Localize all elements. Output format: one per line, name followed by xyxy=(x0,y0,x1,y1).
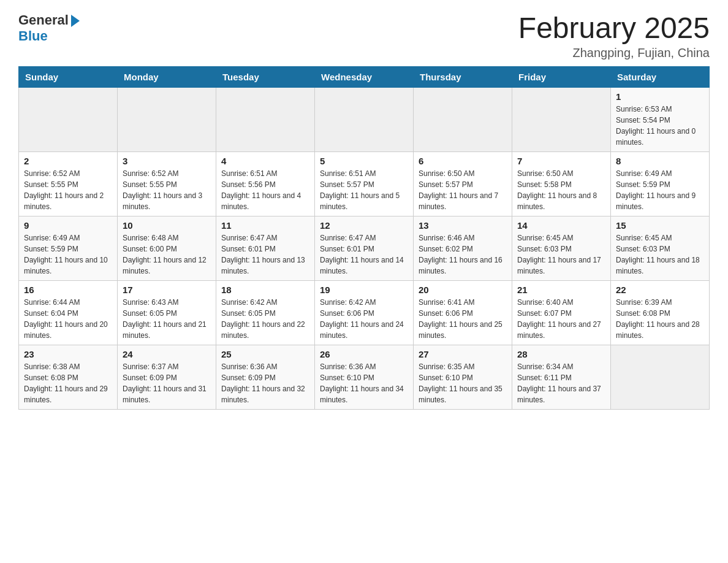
week-row: 2Sunrise: 6:52 AM Sunset: 5:55 PM Daylig… xyxy=(19,151,710,216)
day-number: 19 xyxy=(320,285,408,295)
calendar-cell: 20Sunrise: 6:41 AM Sunset: 6:06 PM Dayli… xyxy=(414,280,512,345)
day-info: Sunrise: 6:52 AM Sunset: 5:55 PM Dayligh… xyxy=(123,168,211,212)
day-number: 4 xyxy=(221,156,309,166)
day-info: Sunrise: 6:49 AM Sunset: 5:59 PM Dayligh… xyxy=(616,168,704,212)
day-info: Sunrise: 6:49 AM Sunset: 5:59 PM Dayligh… xyxy=(24,232,112,277)
day-number: 21 xyxy=(517,285,605,295)
calendar-cell: 9Sunrise: 6:49 AM Sunset: 5:59 PM Daylig… xyxy=(19,216,118,280)
month-title: February 2025 xyxy=(518,12,710,45)
calendar-cell: 6Sunrise: 6:50 AM Sunset: 5:57 PM Daylig… xyxy=(414,151,512,216)
week-row: 16Sunrise: 6:44 AM Sunset: 6:04 PM Dayli… xyxy=(19,280,710,345)
calendar-cell: 14Sunrise: 6:45 AM Sunset: 6:03 PM Dayli… xyxy=(512,216,611,280)
week-row: 9Sunrise: 6:49 AM Sunset: 5:59 PM Daylig… xyxy=(19,216,710,280)
day-info: Sunrise: 6:36 AM Sunset: 6:10 PM Dayligh… xyxy=(320,361,408,405)
day-info: Sunrise: 6:42 AM Sunset: 6:05 PM Dayligh… xyxy=(221,297,309,341)
day-number: 10 xyxy=(123,220,211,231)
day-number: 7 xyxy=(517,156,605,166)
calendar-cell xyxy=(315,87,414,151)
calendar-cell: 28Sunrise: 6:34 AM Sunset: 6:11 PM Dayli… xyxy=(512,345,611,409)
day-info: Sunrise: 6:50 AM Sunset: 5:58 PM Dayligh… xyxy=(517,168,605,212)
calendar-cell: 3Sunrise: 6:52 AM Sunset: 5:55 PM Daylig… xyxy=(118,151,216,216)
day-info: Sunrise: 6:44 AM Sunset: 6:04 PM Dayligh… xyxy=(24,297,112,341)
day-number: 25 xyxy=(221,349,309,359)
calendar-cell: 22Sunrise: 6:39 AM Sunset: 6:08 PM Dayli… xyxy=(611,280,710,345)
day-number: 16 xyxy=(24,285,112,295)
day-info: Sunrise: 6:52 AM Sunset: 5:55 PM Dayligh… xyxy=(24,168,112,212)
weekday-header-friday: Friday xyxy=(512,66,611,87)
calendar-cell: 26Sunrise: 6:36 AM Sunset: 6:10 PM Dayli… xyxy=(315,345,414,409)
week-row: 23Sunrise: 6:38 AM Sunset: 6:08 PM Dayli… xyxy=(19,345,710,409)
day-info: Sunrise: 6:43 AM Sunset: 6:05 PM Dayligh… xyxy=(123,297,211,341)
day-info: Sunrise: 6:53 AM Sunset: 5:54 PM Dayligh… xyxy=(616,104,704,148)
title-block: February 2025 Zhangping, Fujian, China xyxy=(518,12,710,60)
weekday-header-sunday: Sunday xyxy=(19,66,118,87)
day-number: 13 xyxy=(419,220,507,231)
day-number: 22 xyxy=(616,285,704,295)
day-number: 6 xyxy=(419,156,507,166)
calendar-cell: 1Sunrise: 6:53 AM Sunset: 5:54 PM Daylig… xyxy=(611,87,710,151)
weekday-header-saturday: Saturday xyxy=(611,66,710,87)
day-number: 24 xyxy=(123,349,211,359)
day-number: 17 xyxy=(123,285,211,295)
day-info: Sunrise: 6:45 AM Sunset: 6:03 PM Dayligh… xyxy=(616,232,704,277)
calendar-cell: 21Sunrise: 6:40 AM Sunset: 6:07 PM Dayli… xyxy=(512,280,611,345)
day-info: Sunrise: 6:51 AM Sunset: 5:56 PM Dayligh… xyxy=(221,168,309,212)
day-number: 14 xyxy=(517,220,605,231)
calendar-cell xyxy=(19,87,118,151)
logo-general-text: General xyxy=(18,12,69,28)
logo-arrow-icon xyxy=(71,15,80,27)
calendar-cell xyxy=(611,345,710,409)
logo-blue-text: Blue xyxy=(18,28,80,44)
day-number: 18 xyxy=(221,285,309,295)
day-number: 9 xyxy=(24,220,112,231)
day-number: 15 xyxy=(616,220,704,231)
day-number: 5 xyxy=(320,156,408,166)
week-row: 1Sunrise: 6:53 AM Sunset: 5:54 PM Daylig… xyxy=(19,87,710,151)
logo-row1: General xyxy=(18,12,80,28)
day-number: 2 xyxy=(24,156,112,166)
calendar-cell: 18Sunrise: 6:42 AM Sunset: 6:05 PM Dayli… xyxy=(216,280,315,345)
page-header: General Blue February 2025 Zhangping, Fu… xyxy=(18,12,710,60)
calendar-cell: 2Sunrise: 6:52 AM Sunset: 5:55 PM Daylig… xyxy=(19,151,118,216)
weekday-header-row: SundayMondayTuesdayWednesdayThursdayFrid… xyxy=(19,66,710,87)
calendar-cell xyxy=(512,87,611,151)
day-info: Sunrise: 6:34 AM Sunset: 6:11 PM Dayligh… xyxy=(517,361,605,405)
calendar-header: SundayMondayTuesdayWednesdayThursdayFrid… xyxy=(19,66,710,87)
calendar-cell: 5Sunrise: 6:51 AM Sunset: 5:57 PM Daylig… xyxy=(315,151,414,216)
calendar-cell: 17Sunrise: 6:43 AM Sunset: 6:05 PM Dayli… xyxy=(118,280,216,345)
day-number: 1 xyxy=(616,91,704,102)
calendar-cell xyxy=(414,87,512,151)
calendar-cell: 16Sunrise: 6:44 AM Sunset: 6:04 PM Dayli… xyxy=(19,280,118,345)
weekday-header-monday: Monday xyxy=(118,66,216,87)
calendar-cell: 25Sunrise: 6:36 AM Sunset: 6:09 PM Dayli… xyxy=(216,345,315,409)
calendar-cell xyxy=(216,87,315,151)
day-info: Sunrise: 6:47 AM Sunset: 6:01 PM Dayligh… xyxy=(320,232,408,277)
day-info: Sunrise: 6:39 AM Sunset: 6:08 PM Dayligh… xyxy=(616,297,704,341)
location-title: Zhangping, Fujian, China xyxy=(518,46,710,60)
day-number: 11 xyxy=(221,220,309,231)
calendar-cell xyxy=(118,87,216,151)
day-number: 26 xyxy=(320,349,408,359)
day-number: 12 xyxy=(320,220,408,231)
calendar-cell: 24Sunrise: 6:37 AM Sunset: 6:09 PM Dayli… xyxy=(118,345,216,409)
day-info: Sunrise: 6:42 AM Sunset: 6:06 PM Dayligh… xyxy=(320,297,408,341)
day-number: 23 xyxy=(24,349,112,359)
day-info: Sunrise: 6:51 AM Sunset: 5:57 PM Dayligh… xyxy=(320,168,408,212)
logo: General Blue xyxy=(18,12,80,45)
day-number: 20 xyxy=(419,285,507,295)
day-info: Sunrise: 6:50 AM Sunset: 5:57 PM Dayligh… xyxy=(419,168,507,212)
day-info: Sunrise: 6:46 AM Sunset: 6:02 PM Dayligh… xyxy=(419,232,507,277)
calendar-cell: 23Sunrise: 6:38 AM Sunset: 6:08 PM Dayli… xyxy=(19,345,118,409)
calendar-cell: 15Sunrise: 6:45 AM Sunset: 6:03 PM Dayli… xyxy=(611,216,710,280)
day-number: 27 xyxy=(419,349,507,359)
day-info: Sunrise: 6:35 AM Sunset: 6:10 PM Dayligh… xyxy=(419,361,507,405)
day-info: Sunrise: 6:47 AM Sunset: 6:01 PM Dayligh… xyxy=(221,232,309,277)
day-info: Sunrise: 6:41 AM Sunset: 6:06 PM Dayligh… xyxy=(419,297,507,341)
day-number: 8 xyxy=(616,156,704,166)
weekday-header-wednesday: Wednesday xyxy=(315,66,414,87)
calendar-cell: 12Sunrise: 6:47 AM Sunset: 6:01 PM Dayli… xyxy=(315,216,414,280)
calendar-cell: 8Sunrise: 6:49 AM Sunset: 5:59 PM Daylig… xyxy=(611,151,710,216)
calendar-cell: 27Sunrise: 6:35 AM Sunset: 6:10 PM Dayli… xyxy=(414,345,512,409)
calendar-cell: 11Sunrise: 6:47 AM Sunset: 6:01 PM Dayli… xyxy=(216,216,315,280)
day-info: Sunrise: 6:37 AM Sunset: 6:09 PM Dayligh… xyxy=(123,361,211,405)
